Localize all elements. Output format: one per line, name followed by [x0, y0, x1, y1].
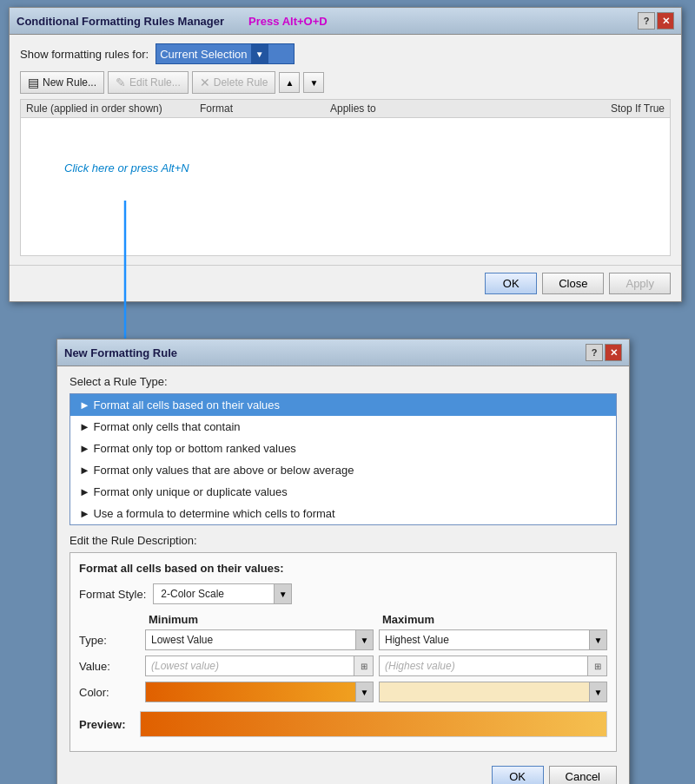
value-min-input[interactable]: (Lowest value) ⊞	[145, 656, 374, 676]
min-header: Minimum	[145, 613, 374, 626]
new-rule-label: New Rule...	[43, 76, 96, 89]
delete-rule-icon: ✕	[200, 76, 210, 89]
keyboard-hint: Press Alt+O+D	[248, 15, 328, 28]
title-bar-left: Conditional Formatting Rules Manager Pre…	[17, 15, 328, 28]
value-max-placeholder: (Highest value)	[380, 660, 587, 672]
type-min-dropdown-arrow[interactable]: ▼	[355, 630, 373, 649]
rule-type-item-4-label: ► Format only unique or duplicate values	[79, 485, 288, 498]
new-formatting-rule-dialog: New Formatting Rule ? ✕ Select a Rule Ty…	[56, 339, 630, 784]
format-style-dropdown[interactable]: 2-Color Scale ▼	[153, 583, 292, 604]
bottom-dialog-footer: OK Cancel	[70, 761, 617, 784]
type-min-dropdown[interactable]: Lowest Value ▼	[145, 629, 374, 650]
bottom-dialog-content: Select a Rule Type: ► Format all cells b…	[57, 366, 629, 784]
bottom-help-button[interactable]: ?	[586, 344, 603, 361]
edit-rule-button[interactable]: ✎ Edit Rule...	[108, 71, 189, 94]
top-dialog-content: Show formatting rules for: Current Selec…	[10, 35, 681, 265]
help-button[interactable]: ?	[638, 12, 655, 30]
color-max-arrow[interactable]: ▼	[589, 682, 606, 702]
preview-row: Preview:	[79, 711, 607, 737]
value-label: Value:	[79, 660, 140, 673]
format-style-value: 2-Color Scale	[154, 588, 274, 600]
format-style-label: Format Style:	[79, 588, 146, 601]
show-rules-dropdown-arrow[interactable]: ▼	[251, 44, 268, 63]
title-bar-buttons: ? ✕	[638, 12, 674, 30]
color-max-swatch[interactable]: ▼	[379, 682, 607, 702]
apply-button[interactable]: Apply	[609, 273, 671, 294]
annotation-text: Click here or press Alt+N	[64, 161, 189, 175]
type-min-value: Lowest Value	[146, 634, 355, 646]
col-applies-to: Applies to	[330, 102, 578, 115]
value-min-picker[interactable]: ⊞	[354, 656, 373, 675]
edit-rule-label: Edit Rule...	[129, 76, 181, 89]
value-max-input[interactable]: (Highest value) ⊞	[379, 656, 607, 676]
rule-type-item-2-label: ► Format only top or bottom ranked value…	[79, 442, 296, 455]
rule-type-item-4[interactable]: ► Format only unique or duplicate values	[70, 481, 616, 503]
rule-type-item-0-label: ► Format all cells based on their values	[79, 399, 280, 412]
col-rule: Rule (applied in order shown)	[26, 102, 200, 115]
conditional-formatting-dialog: Conditional Formatting Rules Manager Pre…	[9, 7, 682, 302]
close-btn-footer[interactable]: Close	[542, 273, 604, 294]
new-rule-icon: ▤	[28, 76, 39, 89]
rule-type-item-3-label: ► Format only values that are above or b…	[79, 464, 354, 477]
rule-description-section: Format all cells based on their values: …	[70, 552, 617, 752]
rule-type-item-1[interactable]: ► Format only cells that contain	[70, 416, 616, 438]
show-rules-row: Show formatting rules for: Current Selec…	[20, 43, 671, 64]
rule-type-list: ► Format all cells based on their values…	[70, 393, 617, 525]
rules-table-body: Click here or press Alt+N	[20, 117, 671, 256]
value-min-placeholder: (Lowest value)	[146, 660, 354, 672]
show-rules-value: Current Selection	[160, 48, 247, 61]
show-rules-label: Show formatting rules for:	[20, 48, 149, 61]
type-max-dropdown[interactable]: Highest Value ▼	[379, 629, 607, 650]
color-min-preview	[146, 682, 355, 702]
bottom-cancel-button[interactable]: Cancel	[549, 766, 617, 784]
new-rule-button[interactable]: ▤ New Rule...	[20, 71, 104, 94]
value-row: Value: (Lowest value) ⊞ (Highest value) …	[79, 656, 607, 676]
preview-bar	[140, 711, 607, 737]
rule-type-item-5-label: ► Use a formula to determine which cells…	[79, 507, 335, 520]
bottom-dialog-title: New Formatting Rule	[64, 346, 177, 359]
rule-type-item-2[interactable]: ► Format only top or bottom ranked value…	[70, 438, 616, 459]
bottom-title-bar-left: New Formatting Rule	[64, 346, 177, 359]
bottom-ok-button[interactable]: OK	[492, 766, 544, 784]
color-max-preview	[380, 682, 589, 702]
value-max-picker[interactable]: ⊞	[587, 656, 606, 675]
close-button[interactable]: ✕	[657, 12, 674, 30]
color-min-swatch[interactable]: ▼	[145, 682, 374, 702]
edit-rule-desc-label: Edit the Rule Description:	[70, 534, 617, 547]
type-row: Type: Lowest Value ▼ Highest Value ▼	[79, 629, 607, 650]
format-style-row: Format Style: 2-Color Scale ▼	[79, 583, 607, 604]
move-up-button[interactable]: ▲	[279, 72, 300, 93]
format-all-cells-title: Format all cells based on their values:	[79, 562, 607, 575]
rule-type-item-5[interactable]: ► Use a formula to determine which cells…	[70, 503, 616, 524]
edit-rule-icon: ✎	[116, 76, 126, 89]
preview-label: Preview:	[79, 718, 131, 731]
min-max-headers: Minimum Maximum	[79, 613, 607, 626]
max-header: Maximum	[379, 613, 607, 626]
type-label: Type:	[79, 634, 140, 647]
toolbar-row: ▤ New Rule... ✎ Edit Rule... ✕ Delete Ru…	[20, 71, 671, 94]
delete-rule-label: Delete Rule	[214, 76, 268, 89]
type-max-dropdown-arrow[interactable]: ▼	[589, 630, 606, 649]
type-max-value: Highest Value	[380, 634, 589, 646]
rule-type-item-1-label: ► Format only cells that contain	[79, 420, 241, 433]
rule-type-item-3[interactable]: ► Format only values that are above or b…	[70, 459, 616, 481]
bottom-title-bar-buttons: ? ✕	[586, 344, 622, 361]
top-dialog-title-bar: Conditional Formatting Rules Manager Pre…	[10, 8, 681, 35]
bottom-dialog-title-bar: New Formatting Rule ? ✕	[57, 339, 629, 366]
col-stop-if-true: Stop If True	[578, 102, 665, 115]
rule-type-item-0[interactable]: ► Format all cells based on their values	[70, 394, 616, 416]
format-style-dropdown-arrow[interactable]: ▼	[274, 584, 291, 603]
rules-table-header: Rule (applied in order shown) Format App…	[20, 99, 671, 117]
show-rules-dropdown[interactable]: Current Selection ▼	[156, 43, 295, 64]
bottom-close-button[interactable]: ✕	[605, 344, 622, 361]
top-dialog-title: Conditional Formatting Rules Manager	[17, 15, 224, 28]
color-label: Color:	[79, 686, 140, 699]
select-rule-type-label: Select a Rule Type:	[70, 375, 617, 388]
color-min-arrow[interactable]: ▼	[355, 682, 373, 702]
color-row: Color: ▼ ▼	[79, 682, 607, 702]
move-down-button[interactable]: ▼	[303, 72, 324, 93]
col-format: Format	[200, 102, 330, 115]
ok-button[interactable]: OK	[485, 273, 537, 294]
delete-rule-button[interactable]: ✕ Delete Rule	[192, 71, 276, 94]
